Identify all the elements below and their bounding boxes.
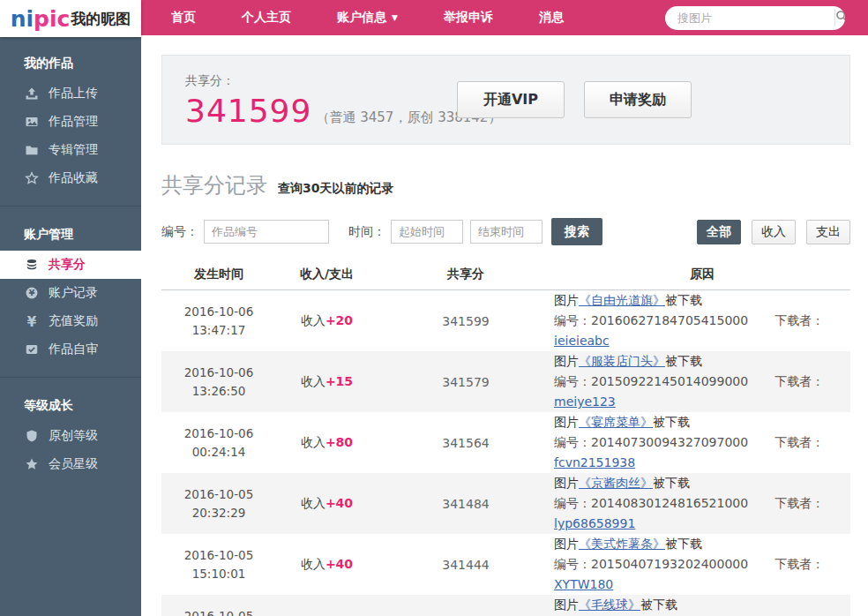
share-points-total: 341599 [185,95,311,127]
downloader-label: 下载者： [774,496,824,510]
share-points-summary-card: 共享分： 341599 （普通 3457，原创 338142） 开通VIP 申请… [161,55,850,145]
work-number-input[interactable] [204,220,329,244]
open-vip-button[interactable]: 开通VIP [457,81,565,118]
search-box [665,6,845,30]
image-title-link[interactable]: 《毛线球》 [579,597,640,612]
row-amount: +15 [326,374,353,388]
nav-account-info[interactable]: 账户信息▼ [314,0,421,35]
tab-income[interactable]: 收入 [752,220,796,244]
image-number-label: 编号： [554,313,591,327]
sidebar-item-label: 会员星级 [49,456,98,472]
sidebar-item-albums[interactable]: 专辑管理 [0,136,141,164]
header-reason: 原因 [554,267,850,282]
image-title-link[interactable]: 《自由光道旗》 [579,293,665,307]
cell-balance: 341564 [378,436,554,450]
nav-messages[interactable]: 消息 [516,0,587,35]
table-row: 2016-10-06 13:26:50 收入+15 341579 图片《服装店门… [161,351,850,412]
cell-in-out: 收入+20 [276,313,378,329]
image-title-link[interactable]: 《美式炸薯条》 [579,537,665,551]
nav-report[interactable]: 举报申诉 [421,0,516,35]
svg-text:¥: ¥ [29,288,35,297]
downloader-link[interactable]: ieieieabc [554,334,610,348]
sidebar-item-recharge-rewards[interactable]: ¥ 充值奖励 [0,307,141,335]
nav-report-label: 举报申诉 [444,10,493,26]
logo-wordmark: nipic [11,8,71,30]
sidebar-item-original-level[interactable]: 原创等级 [0,422,141,450]
row-time: 13:47:17 [161,321,276,340]
sidebar-item-account-records[interactable]: ¥ 账户记录 [0,279,141,307]
filter-search-button[interactable]: 搜索 [551,218,602,245]
row-type: 收入 [301,374,326,388]
sidebar-item-share-points[interactable]: 共享分 [0,251,141,279]
search-input[interactable] [665,11,834,25]
row-date: 2016-10-05 [161,546,276,565]
row-time: 13:26:50 [161,382,276,401]
cell-in-out: 收入+80 [276,435,378,451]
header-in-out: 收入/支出 [276,267,378,282]
site-logo[interactable]: nipic 我的昵图 [0,0,141,37]
image-title-link[interactable]: 《京酱肉丝》 [579,476,653,490]
cell-time: 2016-10-05 15:10:01 [161,546,276,583]
row-date: 2016-10-06 [161,364,276,382]
sidebar-item-self-review[interactable]: 作品自审 [0,335,141,364]
reason-suffix: 被下载 [653,476,690,490]
row-date: 2016-10-05 [161,485,276,504]
nav-profile[interactable]: 个人主页 [219,0,314,35]
records-title: 共享分记录 [161,171,267,199]
sidebar-item-label: 作品自审 [49,342,98,357]
tab-expense[interactable]: 支出 [806,220,850,244]
sidebar-item-manage-works[interactable]: 作品管理 [0,108,141,136]
image-number: 20150407193202400000 [591,557,748,571]
reason-prefix: 图片 [554,476,579,490]
star-icon [24,457,40,471]
nav-home[interactable]: 首页 [148,0,219,35]
sidebar-item-label: 共享分 [49,257,86,273]
end-time-input[interactable] [470,220,542,244]
cell-in-out: 收入+40 [276,496,378,512]
search-button[interactable] [834,10,845,26]
main-nav: 首页 个人主页 账户信息▼ 举报申诉 消息 [141,0,587,35]
sidebar-item-label: 充值奖励 [49,313,98,329]
image-number: 20160627184705415000 [591,313,748,327]
row-time: 00:24:14 [161,443,276,462]
sidebar-item-favorites[interactable]: 作品收藏 [0,164,141,192]
cell-time: 2016-10-06 13:47:17 [161,303,276,340]
image-title-link[interactable]: 《宴席菜单》 [579,415,653,429]
reason-prefix: 图片 [554,537,579,551]
reason-prefix: 图片 [554,415,579,429]
image-title-link[interactable]: 《服装店门头》 [579,354,665,368]
time-filter-label: 时间： [348,224,385,240]
filter-bar: 编号： 时间： 搜索 全部 收入 支出 [161,218,850,245]
downloader-link[interactable]: lyp68658991 [554,516,635,530]
table-row: 2016-10-06 00:24:14 收入+80 341564 图片《宴席菜单… [161,412,850,473]
sidebar-section-account: 账户管理 [0,207,141,251]
records-header: 共享分记录 查询30天以前的记录 [161,171,850,199]
start-time-input[interactable] [391,220,463,244]
yen-icon: ¥ [24,314,40,328]
header-balance: 共享分 [378,267,554,282]
table-body: 2016-10-06 13:47:17 收入+20 341599 图片《自由光道… [161,290,850,616]
apply-reward-button[interactable]: 申请奖励 [584,81,692,118]
folder-icon [24,143,40,157]
query-older-records-link[interactable]: 查询30天以前的记录 [278,181,393,197]
downloader-link[interactable]: fcvn2151938 [554,455,635,470]
row-type: 收入 [301,496,326,510]
records-table: 发生时间 收入/支出 共享分 原因 2016-10-06 13:47:17 收入… [161,259,850,616]
reason-prefix: 图片 [554,597,579,612]
sidebar-item-upload[interactable]: 作品上传 [0,79,141,108]
upload-icon [24,86,40,101]
sidebar-item-label: 专辑管理 [49,142,98,158]
row-amount: +80 [326,435,353,449]
image-number: 20140830124816521000 [591,496,748,510]
image-number-label: 编号： [554,496,591,510]
downloader-link[interactable]: XYTW180 [554,577,613,591]
sidebar-item-label: 作品上传 [49,86,98,101]
downloader-link[interactable]: meiye123 [554,394,616,409]
sidebar-item-member-star[interactable]: 会员星级 [0,450,141,478]
cell-balance: 341599 [378,314,554,328]
cell-time: 2016-10-05 20:32:29 [161,485,276,522]
tab-all[interactable]: 全部 [697,220,741,244]
cell-reason: 图片《京酱肉丝》被下载 编号：20140830124816521000下载者：l… [554,473,850,534]
logo-site-title: 我的昵图 [71,9,131,29]
image-number-label: 编号： [554,374,591,388]
